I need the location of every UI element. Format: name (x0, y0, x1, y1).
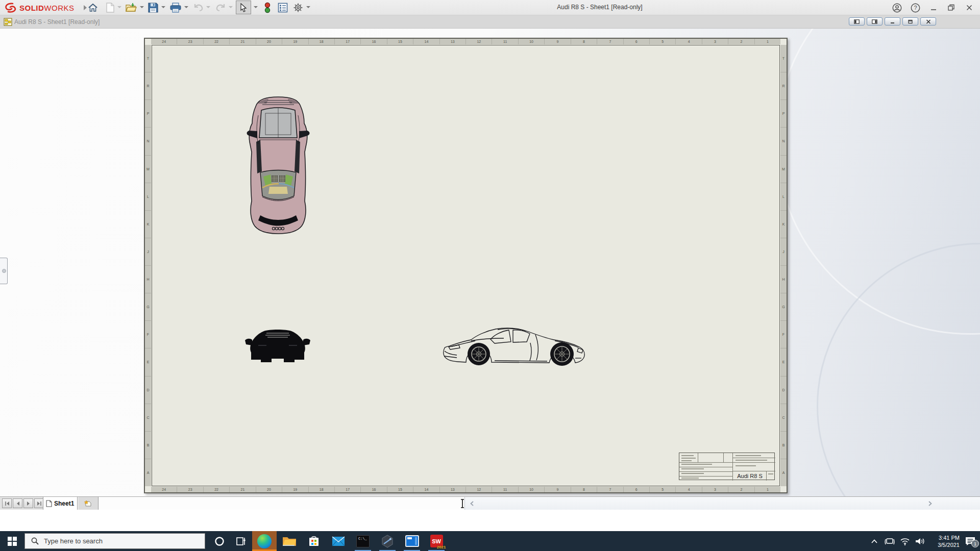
panel-tab-handle (2, 269, 6, 273)
tab-sheet1[interactable]: Sheet1 (43, 497, 78, 510)
zone-label: 10 (519, 39, 545, 44)
ibeam-cursor (460, 499, 465, 508)
zone-label: 4 (676, 39, 702, 44)
select-tool-button[interactable] (236, 1, 251, 14)
car-side-view[interactable] (442, 322, 590, 369)
next-sheet-button[interactable] (23, 498, 33, 508)
meet-now-icon (885, 537, 895, 546)
taskbar-search-input[interactable]: Type here to search (24, 533, 205, 549)
zone-label: J (145, 238, 151, 266)
start-button[interactable] (0, 531, 24, 551)
edge-button[interactable] (252, 531, 277, 551)
zone-label: 15 (387, 39, 413, 44)
add-sheet-button[interactable] (78, 497, 99, 510)
zone-label: R (780, 72, 787, 100)
brand-name: SOLIDWORKS (19, 4, 75, 12)
doc-close-button[interactable] (920, 17, 936, 26)
solidworks-taskbar-button[interactable]: SW 2021 (425, 531, 448, 551)
hexagon-app-icon (381, 535, 394, 548)
tray-clock[interactable]: 3:41 PM 3/5/2021 (926, 531, 960, 551)
car-front-view[interactable] (245, 323, 310, 367)
meet-now-button[interactable] (882, 531, 897, 551)
brand-flyout-arrow[interactable] (84, 5, 87, 10)
wifi-button[interactable] (897, 531, 913, 551)
pane-right-icon (872, 19, 877, 24)
zone-label: D (145, 377, 151, 404)
clock-time: 3:41 PM (939, 534, 960, 541)
front-wheel (468, 343, 490, 365)
zone-band-left: TRPNMLKJHGFEDCBA (145, 45, 151, 486)
cortana-button[interactable] (208, 531, 231, 551)
zone-label: 1 (755, 487, 780, 492)
zone-label: E (780, 348, 787, 376)
restore-button[interactable] (944, 3, 958, 13)
cortana-icon (214, 536, 225, 546)
file-explorer-button[interactable] (278, 531, 301, 551)
hexagon-app-button[interactable] (376, 531, 399, 551)
save-button[interactable] (147, 2, 159, 14)
minimize-button[interactable] (927, 3, 940, 13)
zone-label: 2 (728, 487, 754, 492)
zone-label: 6 (624, 487, 650, 492)
zone-label: L (780, 183, 787, 211)
zone-label: A (145, 459, 151, 486)
zone-label: H (145, 266, 151, 293)
first-sheet-button[interactable] (2, 498, 12, 508)
zone-label: 20 (256, 487, 282, 492)
command-prompt-button[interactable]: C:\_ (351, 531, 375, 551)
store-button[interactable] (302, 531, 326, 551)
help-button[interactable]: ? (909, 3, 922, 13)
minimize-icon (930, 4, 937, 11)
zone-label: C (145, 404, 151, 432)
tray-chevron-button[interactable] (868, 531, 881, 551)
redo-dropdown[interactable] (229, 6, 233, 8)
drawing-sheet[interactable]: 242322212019181716151413121110987654321 … (144, 38, 788, 493)
doc-minimize-button[interactable] (885, 17, 900, 26)
task-view-button[interactable] (231, 531, 252, 551)
zone-label: B (145, 432, 151, 459)
mail-icon (332, 536, 345, 546)
action-center-button[interactable]: 1 (961, 531, 980, 551)
scroll-right-arrow[interactable] (925, 497, 935, 510)
car-top-view[interactable] (245, 95, 311, 236)
zone-label: 24 (151, 39, 177, 44)
feature-panel-collapsed-tab[interactable] (0, 258, 8, 284)
zone-label: 10 (519, 487, 545, 492)
print-dropdown[interactable] (184, 6, 188, 8)
undo-button[interactable] (192, 2, 205, 14)
new-document-icon (106, 3, 114, 13)
rebuild-button[interactable] (261, 2, 274, 14)
close-button[interactable] (963, 3, 976, 13)
home-button[interactable] (87, 2, 99, 14)
solidworks-version-badge: 2021 (437, 545, 446, 549)
rear-wheel (550, 342, 574, 366)
screen: SOLIDWORKS (0, 0, 980, 551)
zone-label: 18 (309, 39, 335, 44)
redo-icon (215, 3, 226, 12)
select-tool-dropdown[interactable] (254, 6, 258, 8)
graphics-area[interactable]: 242322212019181716151413121110987654321 … (0, 29, 980, 496)
doc-restore-button[interactable] (902, 17, 918, 26)
options-dropdown[interactable] (306, 6, 310, 8)
scroll-left-arrow[interactable] (467, 497, 476, 510)
wifi-icon (900, 537, 910, 545)
new-document-dropdown[interactable] (117, 6, 121, 8)
doc-pane-right-button[interactable] (867, 17, 883, 26)
doc-pane-left-button[interactable] (849, 17, 865, 26)
horizontal-scrollbar[interactable] (464, 497, 980, 510)
mail-button[interactable] (327, 531, 350, 551)
new-document-button[interactable] (104, 2, 116, 14)
account-button[interactable] (890, 3, 903, 13)
undo-dropdown[interactable] (206, 6, 210, 8)
prev-sheet-button[interactable] (13, 498, 22, 508)
redo-button[interactable] (214, 2, 227, 14)
account-icon (892, 3, 902, 13)
print-button[interactable] (169, 2, 182, 14)
blue-window-app-button[interactable] (400, 531, 424, 551)
open-dropdown[interactable] (140, 6, 144, 8)
file-properties-button[interactable] (277, 2, 289, 14)
save-dropdown[interactable] (161, 6, 165, 8)
options-button[interactable] (292, 2, 304, 14)
open-button[interactable] (125, 2, 137, 14)
store-icon (308, 535, 320, 547)
